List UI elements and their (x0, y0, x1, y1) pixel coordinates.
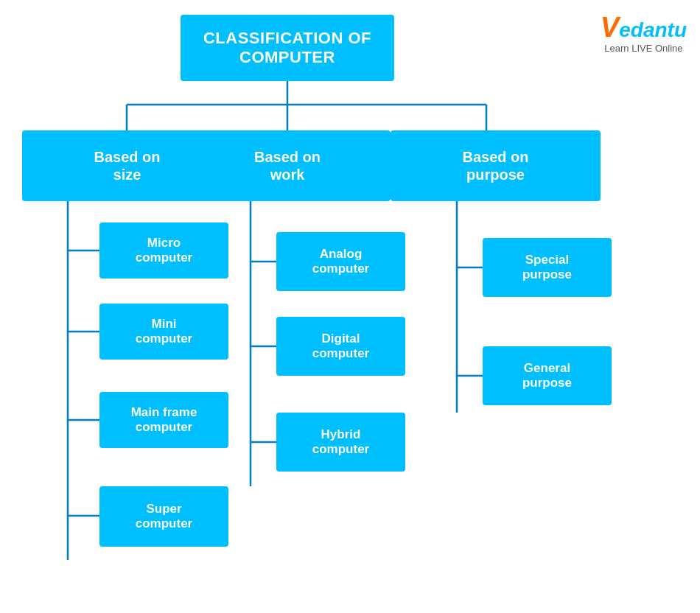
child-analog-computer: Analogcomputer (276, 232, 405, 291)
child-mini-computer: Minicomputer (99, 304, 228, 360)
child-micro-computer: Microcomputer (99, 223, 228, 279)
diagram-container: V edantu Learn LIVE Online CLASSI (0, 0, 700, 613)
child-general-purpose: Generalpurpose (483, 346, 612, 405)
category-purpose: Based onpurpose (391, 130, 601, 201)
logo-v: V (601, 13, 619, 41)
child-mainframe-computer: Main framecomputer (99, 392, 228, 448)
category-work: Based onwork (184, 130, 391, 201)
logo-edantu: edantu (619, 20, 687, 41)
vedantu-logo: V edantu Learn LIVE Online (601, 13, 687, 54)
child-special-purpose: Specialpurpose (483, 238, 612, 297)
child-super-computer: Supercomputer (99, 486, 228, 547)
child-hybrid-computer: Hybridcomputer (276, 413, 405, 472)
root-box: CLASSIFICATION OF COMPUTER (181, 15, 394, 81)
child-digital-computer: Digitalcomputer (276, 317, 405, 376)
logo-tagline: Learn LIVE Online (604, 43, 682, 54)
